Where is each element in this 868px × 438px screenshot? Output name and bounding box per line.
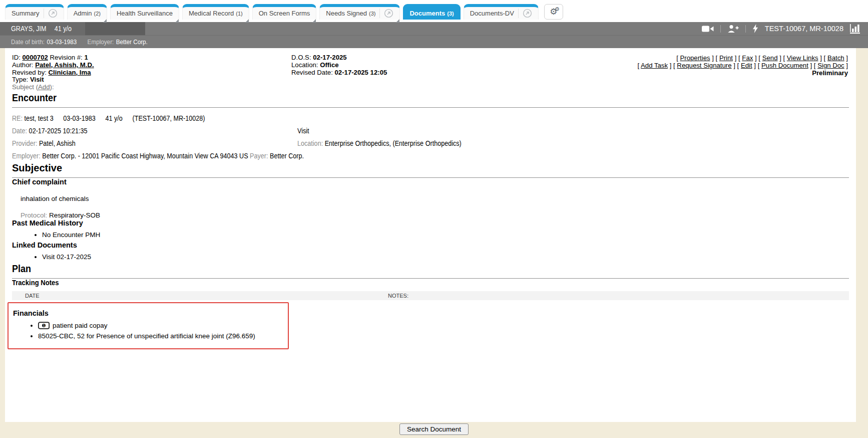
- document-view: ID: 0000702 Revision #: 1 Author: Patel,…: [5, 48, 856, 422]
- tab-summary[interactable]: Summary: [5, 4, 64, 20]
- financials-heading: Financials: [13, 309, 288, 317]
- encounter-date-line: Date: 02-17-2025 10:21:35 Visit: [12, 125, 849, 137]
- tab-health-surveillance[interactable]: Health Surveillance: [110, 4, 179, 20]
- status-preliminary: Preliminary: [637, 69, 848, 77]
- protocol-line: Protocol: Respiratory-SOB: [12, 211, 849, 219]
- money-bill-icon: 1: [38, 322, 50, 329]
- financial-item: 85025-CBC, 52 for Presence of unspecifie…: [38, 332, 288, 340]
- patient-record-id: TEST-10067, MR-10028: [765, 25, 843, 33]
- action-link-batch[interactable]: Batch: [824, 54, 848, 62]
- action-link-add-task[interactable]: Add Task: [637, 62, 671, 69]
- revised-date-line: Revised Date: 02-17-2025 12:05: [291, 69, 387, 77]
- doc-id-link[interactable]: 0000702: [23, 54, 48, 61]
- tab-admin[interactable]: Admin (2): [67, 4, 107, 20]
- video-camera-icon[interactable]: [702, 25, 714, 33]
- pmh-heading: Past Medical History: [12, 219, 849, 227]
- encounter-payer-value: Better Corp.: [270, 152, 304, 160]
- tab-label: Admin: [74, 10, 92, 17]
- external-link-icon[interactable]: [518, 9, 532, 18]
- patient-age: 41 y/o: [55, 25, 72, 33]
- action-link-sign-doc[interactable]: Sign Doc: [814, 62, 848, 69]
- encounter-provider-line: Provider: Patel, Ashish Location: Enterp…: [12, 137, 849, 150]
- revised-by-link[interactable]: Clinician, Ima: [49, 69, 91, 76]
- location-value: Office: [320, 61, 338, 69]
- tab-on-screen-forms[interactable]: On Screen Forms: [252, 4, 317, 20]
- tab-label: Documents: [409, 10, 445, 17]
- tracking-table-header: DATE NOTES:: [12, 291, 849, 300]
- location-line: Location: Office: [291, 62, 387, 69]
- action-link-request-signature[interactable]: Request Signature: [673, 62, 735, 69]
- action-link-send[interactable]: Send: [758, 54, 781, 62]
- tab-label: Medical Record: [189, 10, 234, 17]
- person-add-icon[interactable]: [727, 25, 739, 33]
- encounter-patient-ids: (TEST-10067, MR-10028): [133, 114, 205, 122]
- tab-label: Needs Signed: [326, 10, 367, 17]
- employer-label: Employer:: [88, 38, 114, 46]
- revision-value: 1: [84, 54, 88, 61]
- patient-name: GRAYS, JIM: [11, 25, 46, 33]
- tab-count: (1): [236, 11, 242, 17]
- dos-value: 02-17-2025: [313, 54, 346, 61]
- tab-documents-dv[interactable]: Documents-DV: [464, 4, 539, 20]
- encounter-location-value: Enterprise Orthopedics, (Enterprise Orth…: [325, 139, 462, 147]
- patient-name-tab[interactable]: GRAYS, JIM41 y/o: [0, 22, 85, 35]
- external-link-icon[interactable]: [44, 9, 58, 18]
- tab-count: (3): [447, 11, 454, 17]
- gears-icon: ⚙: [555, 7, 560, 12]
- linked-document-item: Visit 02-17-2025: [42, 253, 849, 261]
- bar-chart-icon[interactable]: [850, 24, 860, 34]
- svg-text:1: 1: [43, 324, 45, 327]
- banner-spacer: [145, 22, 701, 35]
- encounter-date-value: 02-17-2025 10:21:35: [29, 127, 88, 135]
- lightning-bolt-icon[interactable]: [752, 24, 758, 33]
- doc-actions-row2: Add Task Request Signature Edit Push Doc…: [637, 62, 848, 69]
- subject-add-link[interactable]: Add: [38, 83, 50, 91]
- tracking-notes-heading: Tracking Notes: [12, 279, 849, 287]
- tab-label: Documents-DV: [470, 10, 514, 17]
- external-link-icon[interactable]: [379, 9, 393, 18]
- encounter-visit-type: Visit: [297, 125, 309, 137]
- tab-needs-signed[interactable]: Needs Signed (3): [319, 4, 400, 20]
- financials-annotation-box: Financials 1patient paid copay 85025-CBC…: [8, 302, 289, 349]
- tab-bar: Summary Admin (2) Health Surveillance Me…: [0, 0, 868, 22]
- page-footer: Search Document: [0, 422, 868, 435]
- author-link[interactable]: Patel, Ashish, M.D.: [35, 61, 94, 69]
- tab-documents[interactable]: Documents (3): [403, 4, 460, 20]
- tab-label: On Screen Forms: [259, 10, 310, 17]
- document-header: ID: 0000702 Revision #: 1 Author: Patel,…: [12, 54, 849, 92]
- action-link-view-links[interactable]: View Links: [783, 54, 821, 62]
- notes-column-header: NOTES:: [388, 291, 408, 300]
- linked-documents-heading: Linked Documents: [12, 241, 849, 249]
- doc-actions-row1: Properties Print Fax Send View Links Bat…: [637, 54, 848, 62]
- divider: [745, 25, 746, 33]
- doc-type-value: Visit: [30, 76, 44, 83]
- tab-medical-record[interactable]: Medical Record (1): [182, 4, 249, 20]
- action-link-fax[interactable]: Fax: [738, 54, 757, 62]
- doc-type-line: Type: Visit: [12, 76, 849, 84]
- settings-button[interactable]: ⚙ ⚙: [544, 4, 563, 20]
- encounter-employer-value: Better Corp. - 12001 Pacific Coast Highw…: [42, 152, 248, 160]
- financial-item: 1patient paid copay: [38, 321, 288, 330]
- demographics-bar: Date of birth:03-03-1983 Employer:Better…: [0, 35, 868, 48]
- tab-count: (2): [94, 11, 100, 17]
- doc-subject-line: Subject (Add):: [12, 84, 849, 91]
- tab-label: Health Surveillance: [117, 10, 173, 17]
- employer-value: Better Corp.: [116, 38, 148, 46]
- action-link-print[interactable]: Print: [716, 54, 737, 62]
- action-link-push-document[interactable]: Push Document: [758, 62, 812, 69]
- dos-line: D.O.S: 02-17-2025: [291, 54, 387, 62]
- patient-banner: GRAYS, JIM41 y/o TEST-10067, MR-10028: [0, 22, 868, 35]
- encounter-re-line: RE: test, test 3 03-03-1983 41 y/o (TEST…: [12, 112, 849, 125]
- revised-date-value: 02-17-2025 12:05: [335, 69, 387, 76]
- section-subjective-heading: Subjective: [12, 162, 849, 174]
- chief-complaint-heading: Chief complaint: [12, 178, 849, 186]
- action-link-properties[interactable]: Properties: [676, 54, 714, 62]
- date-column-header: DATE: [25, 293, 40, 299]
- tab-label: Summary: [12, 10, 40, 17]
- encounter-patient-name: test, test 3: [25, 114, 54, 122]
- pmh-item: No Encounter PMH: [42, 231, 849, 239]
- search-document-button[interactable]: Search Document: [399, 423, 469, 435]
- dob-value: 03-03-1983: [47, 38, 77, 46]
- action-link-edit[interactable]: Edit: [737, 62, 756, 69]
- dob-label: Date of birth:: [11, 38, 45, 46]
